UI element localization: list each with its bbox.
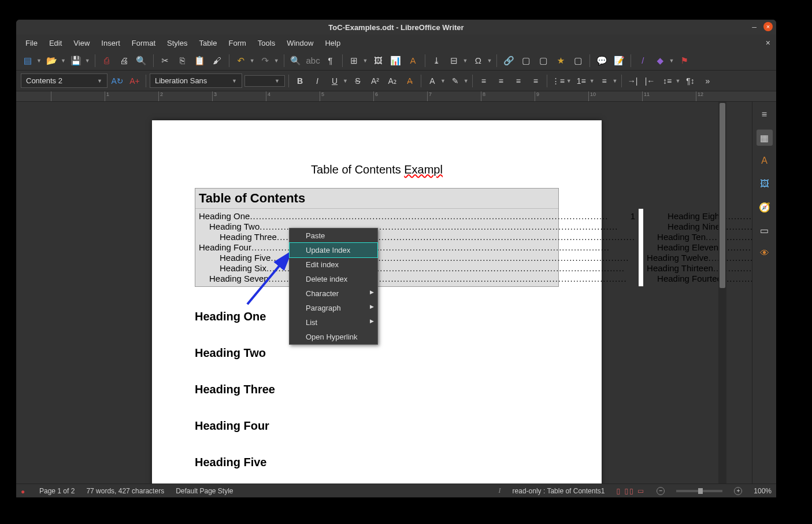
page-break-icon[interactable]: ⤓ xyxy=(430,54,444,68)
redo-icon[interactable]: ↷ xyxy=(258,54,272,68)
hyperlink-icon[interactable]: 🔗 xyxy=(502,54,516,68)
find-replace-icon[interactable]: 🔍 xyxy=(289,54,303,68)
scroll-thumb[interactable] xyxy=(720,103,725,288)
font-color-icon[interactable]: A xyxy=(425,74,440,88)
context-menu-item-paragraph[interactable]: Paragraph▶ xyxy=(290,301,377,315)
vertical-scrollbar[interactable] xyxy=(718,102,726,484)
zoom-in-button[interactable]: + xyxy=(734,487,742,495)
context-menu-item-delete-index[interactable]: Delete index xyxy=(290,272,377,286)
menu-styles[interactable]: Styles xyxy=(161,36,193,50)
save-icon[interactable]: 💾 xyxy=(69,54,83,68)
outline-icon[interactable]: ≡ xyxy=(597,74,612,88)
number-list-icon[interactable]: 1≡ xyxy=(574,74,589,88)
star-icon[interactable]: ★ xyxy=(554,54,568,68)
view-layout-icons[interactable]: ▯ ▯▯ ▭ xyxy=(616,487,645,495)
context-menu-item-paste[interactable]: Paste xyxy=(290,228,377,243)
gallery-panel-icon[interactable]: 🖼 xyxy=(757,176,773,192)
new-icon[interactable]: ▤ xyxy=(21,54,35,68)
line-spacing-icon[interactable]: ↕≡ xyxy=(660,74,675,88)
zoom-percent[interactable]: 100% xyxy=(754,487,772,495)
toc-entry[interactable]: Heading Nine............................… xyxy=(647,222,752,232)
body-heading[interactable]: Heading Five xyxy=(195,456,559,469)
export-pdf-icon[interactable]: ⎙ xyxy=(100,54,114,68)
insert-mode-indicator[interactable]: I xyxy=(499,486,501,495)
spellcheck-icon[interactable]: abc xyxy=(306,54,320,68)
context-menu-item-open-hyperlink[interactable]: Open Hyperlink xyxy=(290,330,377,344)
toc-entry[interactable]: Heading Eight...........................… xyxy=(647,211,752,222)
paragraph-style-combo[interactable]: Contents 2▼ xyxy=(21,73,107,88)
save-status-icon[interactable]: ● xyxy=(21,488,28,495)
sidebar-menu-icon[interactable]: ≡ xyxy=(757,106,773,123)
page-indicator[interactable]: Page 1 of 2 xyxy=(39,487,75,495)
print-icon[interactable]: 🖨 xyxy=(117,54,131,68)
align-center-icon[interactable]: ≡ xyxy=(494,74,509,88)
toc-entry[interactable]: Heading Four............................… xyxy=(199,242,635,253)
update-style-icon[interactable]: A↻ xyxy=(110,74,125,88)
bold-icon[interactable]: B xyxy=(292,74,307,88)
superscript-icon[interactable]: A² xyxy=(368,74,383,88)
cross-ref-icon[interactable]: ▢ xyxy=(571,54,585,68)
subscript-icon[interactable]: A₂ xyxy=(385,74,400,88)
close-document-button[interactable]: × xyxy=(762,37,774,49)
page-style-indicator[interactable]: Default Page Style xyxy=(176,487,233,495)
toc-entry[interactable]: Heading Three...........................… xyxy=(199,232,635,242)
para-spacing-icon[interactable]: ¶↕ xyxy=(683,74,698,88)
more-icon[interactable]: » xyxy=(700,74,715,88)
insert-image-icon[interactable]: 🖼 xyxy=(372,54,385,68)
menu-format[interactable]: Format xyxy=(126,36,161,50)
bookmark-icon[interactable]: ▢ xyxy=(536,54,550,68)
decrease-indent-icon[interactable]: |← xyxy=(643,74,658,88)
font-size-combo[interactable]: ▼ xyxy=(244,75,285,87)
menu-insert[interactable]: Insert xyxy=(95,36,126,50)
navigator-panel-icon[interactable]: 🧭 xyxy=(757,199,773,215)
context-menu-item-update-index[interactable]: Update Index xyxy=(290,243,377,257)
close-button[interactable]: × xyxy=(763,22,773,31)
strikethrough-icon[interactable]: S xyxy=(350,74,365,88)
cut-icon[interactable]: ✂ xyxy=(158,54,172,68)
toc-entry[interactable]: Heading Six.............................… xyxy=(199,263,635,274)
underline-icon[interactable]: U xyxy=(327,74,342,88)
bullet-list-icon[interactable]: ⋮≡ xyxy=(551,74,566,88)
increase-indent-icon[interactable]: →| xyxy=(625,74,640,88)
insert-field-icon[interactable]: ⊟ xyxy=(447,54,461,68)
menu-table[interactable]: Table xyxy=(193,36,223,50)
italic-icon[interactable]: I xyxy=(310,74,325,88)
insert-textbox-icon[interactable]: A xyxy=(406,54,420,68)
special-char-icon[interactable]: Ω xyxy=(471,54,485,68)
body-heading[interactable]: Heading Two xyxy=(195,346,559,360)
align-right-icon[interactable]: ≡ xyxy=(511,74,526,88)
body-heading[interactable]: Heading Four xyxy=(195,419,559,433)
toc-entry[interactable]: Heading Eleven..........................… xyxy=(647,242,752,253)
toc-entry[interactable]: Heading Two.............................… xyxy=(199,222,635,232)
toc-entry[interactable]: Heading Twelve..........................… xyxy=(647,253,752,263)
menu-file[interactable]: File xyxy=(20,36,43,50)
context-menu-item-edit-index[interactable]: Edit index xyxy=(290,257,377,272)
menu-form[interactable]: Form xyxy=(223,36,251,50)
toc-entry[interactable]: Heading Ten.............................… xyxy=(647,232,752,242)
styles-panel-icon[interactable]: A xyxy=(757,153,773,169)
justify-icon[interactable]: ≡ xyxy=(528,74,543,88)
new-style-icon[interactable]: A+ xyxy=(127,74,142,88)
comment-icon[interactable]: 💬 xyxy=(595,54,609,68)
zoom-out-button[interactable]: − xyxy=(657,487,665,495)
page-panel-icon[interactable]: ▭ xyxy=(757,222,773,238)
style-inspector-icon[interactable]: 👁 xyxy=(757,245,773,261)
clear-formatting-icon[interactable]: A̶ xyxy=(402,74,417,88)
context-menu-item-list[interactable]: List▶ xyxy=(290,315,377,330)
track-changes-icon[interactable]: 📝 xyxy=(612,54,626,68)
line-icon[interactable]: / xyxy=(636,54,650,68)
document-canvas[interactable]: Table of Contents Exampl Table of Conten… xyxy=(16,102,752,484)
print-preview-icon[interactable]: 🔍 xyxy=(135,54,149,68)
font-name-combo[interactable]: Liberation Sans▼ xyxy=(150,73,242,88)
toc-entry[interactable]: Heading Thirteen........................… xyxy=(647,263,752,274)
shapes-icon[interactable]: ◆ xyxy=(653,54,667,68)
menu-view[interactable]: View xyxy=(68,36,95,50)
menu-edit[interactable]: Edit xyxy=(43,36,68,50)
toc-entry[interactable]: Heading One.............................… xyxy=(199,211,635,222)
properties-panel-icon[interactable]: ▦ xyxy=(757,130,773,146)
footnote-icon[interactable]: ▢ xyxy=(519,54,533,68)
word-count[interactable]: 77 words, 427 characters xyxy=(86,487,164,495)
clone-formatting-icon[interactable]: 🖌 xyxy=(210,54,224,68)
insert-table-icon[interactable]: ⊞ xyxy=(347,54,361,68)
toc-entry[interactable]: Heading Seven...........................… xyxy=(199,274,635,284)
